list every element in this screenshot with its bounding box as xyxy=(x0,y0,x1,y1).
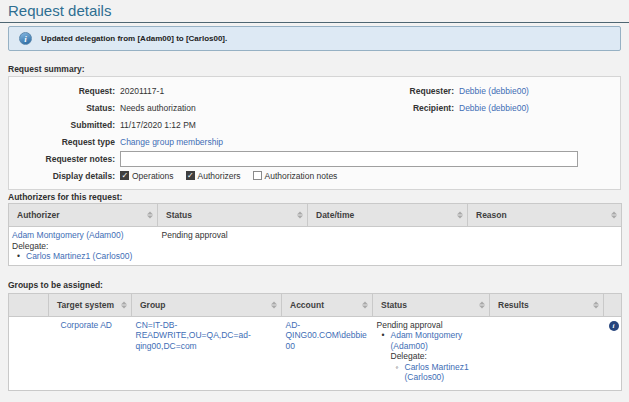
account-column-header[interactable]: Account xyxy=(282,293,373,316)
groups-header-row: Target system Group Account Status Resul… xyxy=(9,293,622,316)
group-delegate-label: Delegate: xyxy=(391,351,486,362)
summary-row-status: Status: Needs authorization Recipient: D… xyxy=(13,99,616,116)
target-system-column-header[interactable]: Target system xyxy=(49,293,132,316)
group-status-text: Pending approval xyxy=(377,320,486,331)
requester-label: Requester: xyxy=(410,86,454,96)
sort-icon[interactable] xyxy=(147,212,153,219)
account-cell: AD-QING00.COM\debbie00 xyxy=(282,316,373,390)
authorization-notes-checkbox-icon[interactable] xyxy=(253,171,262,180)
results-cell xyxy=(490,316,604,390)
group-status-authorizer-link[interactable]: Adam Montgomery (Adam00) xyxy=(391,330,463,351)
authorizer-status-cell: Pending approval xyxy=(158,227,308,266)
info-banner: Updated delegation from [Adam00] to [Car… xyxy=(8,26,621,51)
authorizers-header-row: Authorizer Status Date/time Reason xyxy=(9,204,622,227)
request-summary-panel: Request: 20201117-1 Requester: Debbie (d… xyxy=(8,76,621,190)
authorizers-heading: Authorizers for this request: xyxy=(8,192,621,202)
target-system-cell: Corporate AD xyxy=(49,316,132,390)
group-column-header[interactable]: Group xyxy=(132,293,282,316)
target-system-link[interactable]: Corporate AD xyxy=(61,320,113,330)
summary-row-submitted: Submitted: 11/17/2020 1:12 PM xyxy=(13,116,616,133)
groups-table: Target system Group Account Status Resul… xyxy=(8,293,622,391)
status-column-header[interactable]: Status xyxy=(158,204,308,227)
sub-bullet: ◦ xyxy=(396,362,405,383)
operations-checkbox-label: Operations xyxy=(132,171,174,181)
sort-icon[interactable] xyxy=(297,212,303,219)
authorizers-checkbox-icon[interactable] xyxy=(186,171,195,180)
authorization-notes-checkbox-label: Authorization notes xyxy=(265,171,338,181)
group-status-column-header[interactable]: Status xyxy=(373,293,490,316)
sort-icon[interactable] xyxy=(479,301,485,308)
details-cell xyxy=(604,316,622,390)
sort-icon[interactable] xyxy=(611,212,617,219)
operations-checkbox-icon[interactable] xyxy=(120,171,129,180)
authorizer-link[interactable]: Adam Montgomery (Adam00) xyxy=(12,230,124,240)
requester-notes-input[interactable] xyxy=(120,151,578,167)
checkbox-authorizers[interactable]: Authorizers xyxy=(186,171,241,181)
datetime-column-header[interactable]: Date/time xyxy=(308,204,468,227)
row-info-icon[interactable] xyxy=(609,321,619,331)
submitted-value: 11/17/2020 1:12 PM xyxy=(120,120,196,130)
authorizer-cell: Adam Montgomery (Adam00) Delegate: • Car… xyxy=(9,227,158,266)
group-cell: CN=IT-DB-READWRITE,OU=QA,DC=ad-qing00,DC… xyxy=(132,316,282,390)
group-status-delegate-link[interactable]: Carlos Martinez1 (Carlos00) xyxy=(405,362,486,383)
group-status-cell: Pending approval • Adam Montgomery (Adam… xyxy=(373,316,490,390)
request-value: 20201117-1 xyxy=(120,86,164,96)
reason-column-header[interactable]: Reason xyxy=(468,204,622,227)
delegate-link[interactable]: Carlos Martinez1 (Carlos00) xyxy=(26,251,132,262)
authorizers-table: Authorizer Status Date/time Reason Adam … xyxy=(8,203,622,266)
authorizer-row: Adam Montgomery (Adam00) Delegate: • Car… xyxy=(9,227,622,266)
summary-row-notes: Requester notes: xyxy=(13,150,616,167)
group-dn-link[interactable]: CN=IT-DB-READWRITE,OU=QA,DC=ad-qing00,DC… xyxy=(136,320,251,351)
info-icon xyxy=(19,32,32,45)
authorizer-datetime-cell xyxy=(308,227,468,266)
authorizer-reason-cell xyxy=(468,227,622,266)
details-column-header xyxy=(604,293,622,316)
requester-notes-label: Requester notes: xyxy=(13,154,115,164)
sort-icon[interactable] xyxy=(271,301,277,308)
results-column-header[interactable]: Results xyxy=(490,293,604,316)
sort-icon[interactable] xyxy=(593,301,599,308)
checkbox-authorization-notes[interactable]: Authorization notes xyxy=(253,171,338,181)
bullet: • xyxy=(17,251,26,262)
request-summary-heading: Request summary: xyxy=(8,64,621,74)
summary-row-request: Request: 20201117-1 Requester: Debbie (d… xyxy=(13,82,616,99)
recipient-label: Recipient: xyxy=(413,103,454,113)
bullet: • xyxy=(382,330,391,383)
status-label: Status: xyxy=(13,103,115,113)
sort-icon[interactable] xyxy=(362,301,368,308)
sort-icon[interactable] xyxy=(121,301,127,308)
page-header: Request details xyxy=(0,0,629,23)
groups-heading: Groups to be assigned: xyxy=(8,280,621,290)
account-link[interactable]: AD-QING00.COM\debbie00 xyxy=(286,320,367,351)
authorizers-checkbox-label: Authorizers xyxy=(198,171,241,181)
sort-icon[interactable] xyxy=(457,212,463,219)
request-type-link[interactable]: Change group membership xyxy=(120,137,223,147)
summary-row-display-details: Display details: Operations Authorizers … xyxy=(13,167,616,184)
requester-link[interactable]: Debbie (debbie00) xyxy=(459,86,529,96)
request-label: Request: xyxy=(13,86,115,96)
checkbox-operations[interactable]: Operations xyxy=(120,171,174,181)
request-type-label: Request type xyxy=(13,137,115,147)
authorizer-column-header[interactable]: Authorizer xyxy=(9,204,158,227)
row-selector-column-header xyxy=(9,293,49,316)
status-value: Needs authorization xyxy=(120,103,196,113)
delegate-label: Delegate: xyxy=(12,241,154,252)
group-assignment-row: Corporate AD CN=IT-DB-READWRITE,OU=QA,DC… xyxy=(9,316,622,390)
row-selector-cell xyxy=(9,316,49,390)
recipient-link[interactable]: Debbie (debbie00) xyxy=(459,103,529,113)
summary-row-request-type: Request type Change group membership xyxy=(13,133,616,150)
submitted-label: Submitted: xyxy=(13,120,115,130)
banner-message: Updated delegation from [Adam00] to [Car… xyxy=(41,34,227,43)
display-details-label: Display details: xyxy=(13,171,115,181)
page-title: Request details xyxy=(8,3,621,18)
